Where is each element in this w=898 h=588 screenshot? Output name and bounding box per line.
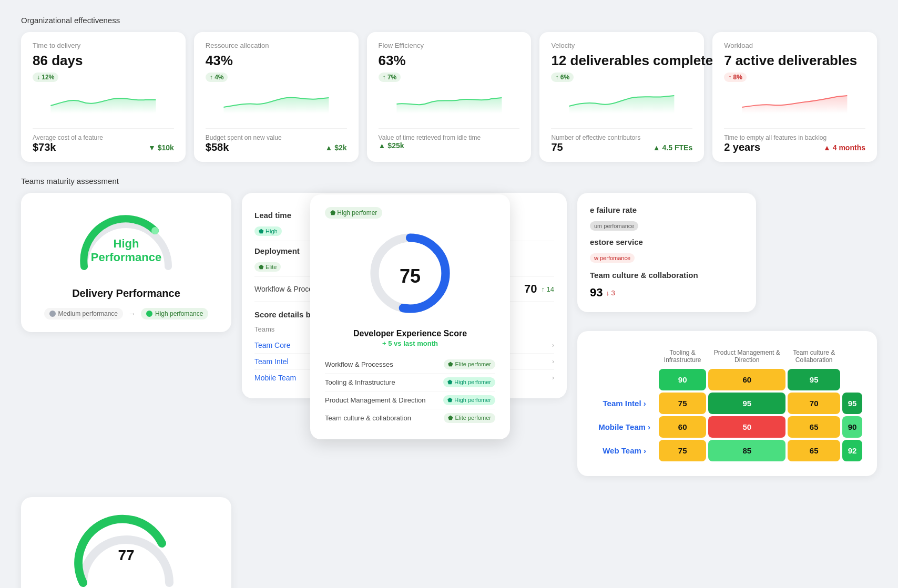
heatmap-cell-65b: 65 bbox=[788, 440, 840, 461]
sparkline-5 bbox=[724, 87, 865, 114]
medium-performance-tag: Medium performance bbox=[44, 308, 123, 319]
kpi-sub-change-3: ▲ $25k bbox=[379, 141, 404, 150]
sparkline-1 bbox=[33, 87, 174, 114]
lead-time-values: 70 ↑ 14 bbox=[524, 282, 554, 296]
kpi-card-velocity: Velocity 12 deliverables completed ↑ 6% … bbox=[539, 32, 704, 162]
kpi-card-flow: Flow Efficiency 63% ↑ 7% Value of time r… bbox=[367, 32, 532, 162]
kpi-value-1: 86 days bbox=[33, 53, 174, 69]
lead-time-badge: ⬟ High bbox=[254, 226, 282, 236]
heatmap-cell-75: 75 bbox=[659, 393, 706, 414]
kpi-sub-value-5: 2 years bbox=[724, 141, 760, 153]
heatmap-cell-90b: 90 bbox=[842, 416, 862, 438]
kpi-sub-value-4: 75 bbox=[551, 141, 563, 153]
team-core-chevron: › bbox=[552, 342, 554, 349]
popup-metric-name-4: Team culture & collaboration bbox=[325, 414, 411, 422]
heatmap-cell-50: 50 bbox=[708, 416, 785, 438]
kpi-badge-3: ↑ 7% bbox=[379, 73, 401, 82]
restore-title: estore service bbox=[590, 238, 743, 246]
heatmap-row-header: 90 60 95 bbox=[592, 369, 862, 390]
col-93-row: 93 ↓ 3 bbox=[590, 286, 743, 300]
popup-badge: ⬟ High perfomer bbox=[325, 207, 382, 219]
heatmap-cell-60: 60 bbox=[708, 369, 785, 390]
heatmap-row-team-intel: Team Intel › 75 95 70 95 bbox=[592, 393, 862, 414]
delivery-tags: Medium performance → High perfomance bbox=[36, 308, 217, 319]
dev-score-popup-card: ⬟ High perfomer 75 Developer Experience … bbox=[310, 194, 510, 439]
teams-maturity-label: Teams maturity assessment bbox=[21, 177, 877, 185]
kpi-sub-change-4: ▲ 4.5 FTEs bbox=[653, 143, 692, 152]
kpi-value-2: 43% bbox=[206, 53, 347, 69]
kpi-title-4: Velocity bbox=[551, 42, 692, 49]
org-effectiveness-section: Organizational effectiveness Time to del… bbox=[21, 16, 877, 162]
heatmap-cell-65: 65 bbox=[788, 416, 840, 438]
heatmap-card: Tooling &Infrastructure Product Manageme… bbox=[577, 331, 877, 476]
sparkline-3 bbox=[379, 87, 520, 114]
org-effectiveness-label: Organizational effectiveness bbox=[21, 16, 877, 25]
popup-metric-tag-1: ⬟ Elite perfomer bbox=[444, 359, 495, 369]
dev-score-small-card: 77 Developer Experience Score ↑ 5 vs las… bbox=[21, 497, 231, 588]
heatmap-col-product: Product Management &Direction bbox=[708, 346, 785, 367]
delivery-gauge-label: HighPerformance bbox=[91, 237, 162, 265]
popup-metric-tag-2: ⬟ High perfomer bbox=[443, 377, 495, 387]
heatmap-cell-70: 70 bbox=[788, 393, 840, 414]
kpi-title-1: Time to delivery bbox=[33, 42, 174, 49]
kpi-sub-label-2: Budget spent on new value bbox=[206, 134, 347, 141]
kpi-sub-label-4: Number of effective contributors bbox=[551, 134, 692, 141]
team-intel-name: Team Intel bbox=[254, 357, 289, 366]
deployment-section: Deployment ⬟ Elite bbox=[254, 246, 300, 271]
kpi-card-resource: Ressource allocation 43% ↑ 4% Budget spe… bbox=[194, 32, 359, 162]
kpi-title-5: Workload bbox=[724, 42, 865, 49]
popup-metric-name-3: Product Management & Direction bbox=[325, 396, 425, 404]
small-gauge-container: 77 bbox=[36, 512, 217, 588]
popup-metric-name-1: Workflow & Processes bbox=[325, 360, 393, 368]
popup-metric-tag-4: ⬟ Elite perfomer bbox=[444, 413, 495, 423]
popup-gauge-container: 75 bbox=[325, 226, 495, 321]
lead-time-section: Lead time ⬟ High bbox=[254, 211, 291, 235]
failure-rate-title: e failure rate bbox=[590, 205, 743, 214]
failure-rate-panel: e failure rate um perfomance estore serv… bbox=[577, 193, 756, 312]
popup-metric-name-2: Tooling & Infrastructure bbox=[325, 378, 395, 386]
kpi-card-workload: Workload 7 active deliverables ↑ 8% Time… bbox=[712, 32, 877, 162]
popup-metric-workflow: Workflow & Processes ⬟ Elite perfomer bbox=[325, 356, 495, 374]
popup-subtitle: + 5 vs last month bbox=[325, 339, 495, 347]
mobile-team-chevron: › bbox=[552, 374, 554, 381]
kpi-sub-label-1: Average cost of a feature bbox=[33, 134, 174, 141]
kpi-cards-row: Time to delivery 86 days ↓ 12% Average c… bbox=[21, 32, 877, 162]
kpi-badge-2: ↑ 4% bbox=[206, 73, 228, 82]
heatmap-cell-95c: 95 bbox=[842, 393, 862, 414]
col-93-value: 93 bbox=[590, 286, 603, 300]
team-core-name: Team Core bbox=[254, 341, 290, 349]
heatmap-cell-95b: 95 bbox=[708, 393, 785, 414]
heatmap-cell-90: 90 bbox=[659, 369, 706, 390]
heatmap-col-tooling: Tooling &Infrastructure bbox=[659, 346, 706, 367]
heatmap-empty-cell bbox=[592, 369, 657, 390]
kpi-value-5: 7 active deliverables bbox=[724, 53, 865, 69]
team-intel-chevron: › bbox=[552, 358, 554, 365]
kpi-title-2: Ressource allocation bbox=[206, 42, 347, 49]
heatmap-col-culture: Team culture &Collaboration bbox=[788, 346, 840, 367]
heatmap-web-team-link[interactable]: Web Team › bbox=[592, 440, 657, 461]
deployment-title: Deployment bbox=[254, 246, 300, 255]
heatmap-mobile-team-link[interactable]: Mobile Team › bbox=[592, 416, 657, 438]
kpi-sub-change-1: ▼ $10k bbox=[148, 143, 174, 152]
kpi-sub-label-3: Value of time retrieved from idle time bbox=[379, 134, 520, 141]
kpi-title-3: Flow Efficiency bbox=[379, 42, 520, 49]
deployment-badge: ⬟ Elite bbox=[254, 262, 281, 272]
kpi-sub-value-1: $73k bbox=[33, 141, 56, 153]
sparkline-4 bbox=[551, 87, 692, 114]
popup-score-value: 75 bbox=[400, 265, 421, 287]
kpi-card-time-to-delivery: Time to delivery 86 days ↓ 12% Average c… bbox=[21, 32, 186, 162]
popup-metric-culture: Team culture & collaboration ⬟ Elite per… bbox=[325, 409, 495, 427]
col-93-section: Team culture & collaboration bbox=[590, 271, 743, 286]
kpi-sub-change-2: ▲ $2k bbox=[325, 143, 346, 152]
svg-point-0 bbox=[151, 227, 159, 234]
failure-badge: um perfomance bbox=[590, 221, 638, 231]
bottom-row: 77 Developer Experience Score ↑ 5 vs las… bbox=[21, 487, 877, 588]
heatmap-team-intel-link[interactable]: Team Intel › bbox=[592, 393, 657, 414]
right-side-panels: e failure rate um perfomance estore serv… bbox=[577, 193, 877, 476]
arrow-right-icon: → bbox=[128, 310, 136, 318]
kpi-sub-change-5: ▲ 4 months bbox=[823, 143, 865, 152]
heatmap-cell-92: 92 bbox=[842, 440, 862, 461]
heatmap-cell-95: 95 bbox=[788, 369, 840, 390]
dashboard: Organizational effectiveness Time to del… bbox=[0, 0, 898, 588]
kpi-badge-4: ↑ 6% bbox=[551, 73, 574, 82]
